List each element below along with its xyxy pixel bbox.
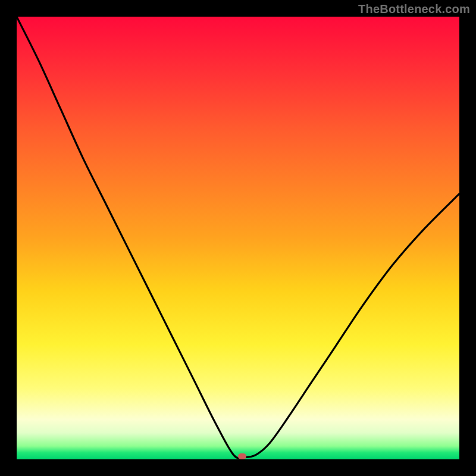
bottleneck-curve-path [17,17,459,458]
curve-svg [17,17,459,459]
plot-area [17,17,459,459]
optimal-point-marker [238,453,246,459]
watermark-text: TheBottleneck.com [358,2,470,16]
bottleneck-chart: TheBottleneck.com [0,0,476,476]
